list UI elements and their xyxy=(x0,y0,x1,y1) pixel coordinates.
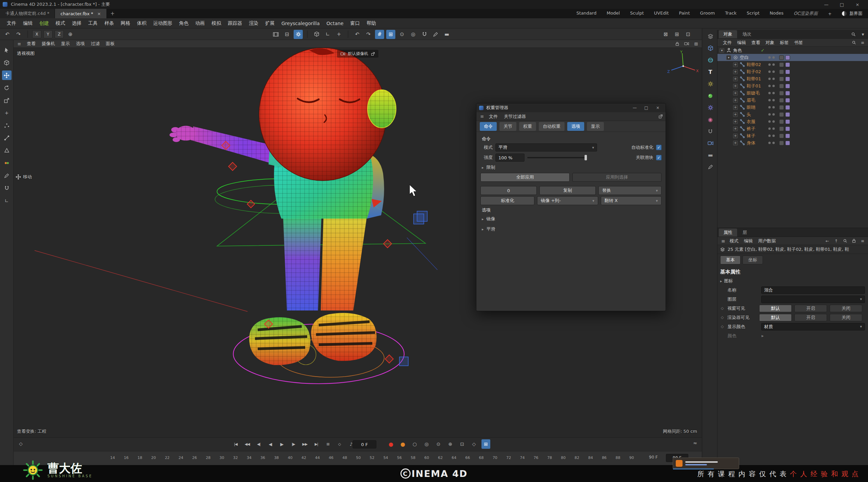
visibility-dots[interactable] xyxy=(768,142,775,144)
weight-manager-dialog[interactable]: 权重管理器 — □ × ≡ 文件关节过滤器 命令关节权重自动权重选项显示 命令 … xyxy=(476,103,666,311)
expand-toggle-icon[interactable]: + xyxy=(733,84,738,88)
attribute-subtab[interactable]: 基本 xyxy=(720,256,741,264)
visibility-option-button[interactable]: 开启 xyxy=(794,305,827,312)
object-tags[interactable] xyxy=(779,119,790,124)
rotate-tool-icon[interactable] xyxy=(2,83,12,93)
points-mode-icon[interactable] xyxy=(2,121,12,130)
attr-search-icon[interactable] xyxy=(842,238,848,244)
visibility-dots[interactable] xyxy=(768,78,775,80)
anim-diamond-icon[interactable]: ◇ xyxy=(721,306,725,310)
normalize-button[interactable]: 标准化 xyxy=(480,196,534,205)
strength-slider[interactable] xyxy=(527,157,587,158)
visibility-dots[interactable] xyxy=(768,63,775,66)
object-menu-item[interactable]: 文件 xyxy=(720,40,734,46)
object-tags[interactable] xyxy=(779,112,790,117)
add-layout-button[interactable]: + xyxy=(828,11,832,16)
display-color-dropdown[interactable]: 材质▾ xyxy=(761,323,865,330)
mirror-direction-dropdown[interactable]: 镜像 +到-▾ xyxy=(537,196,598,205)
object-tree-row[interactable]: + 裤子 xyxy=(717,125,868,132)
camera-pill[interactable]: 默认摄像机 xyxy=(337,50,378,58)
goto-end-button[interactable]: ▶| xyxy=(311,439,321,449)
expand-toggle-icon[interactable]: + xyxy=(733,77,738,81)
object-label[interactable]: 空白 xyxy=(740,55,749,61)
redo-icon[interactable]: ↷ xyxy=(14,30,23,39)
record-parameter-icon[interactable]: ⊕ xyxy=(446,439,455,449)
anim-diamond-icon[interactable]: ◇ xyxy=(721,315,725,320)
expand-toggle-icon[interactable]: + xyxy=(733,105,738,110)
record-position-icon[interactable]: ○ xyxy=(410,439,419,449)
layout-item[interactable]: Paint xyxy=(679,11,690,17)
taskbar-popup[interactable] xyxy=(673,458,739,469)
object-label[interactable]: 角色 xyxy=(733,47,742,54)
menubar-item[interactable]: 跟踪器 xyxy=(224,20,245,26)
visibility-dots[interactable] xyxy=(768,127,775,130)
object-tree-row[interactable]: + 身体 xyxy=(717,139,868,146)
axis-mode-icon[interactable]: + xyxy=(2,108,12,118)
parent-up-icon[interactable]: ↑ xyxy=(833,238,839,244)
wm-menu-item[interactable]: 文件 xyxy=(486,114,501,120)
viewport-grid-icon[interactable]: ⊞ xyxy=(693,41,699,47)
current-frame-input[interactable] xyxy=(353,442,376,447)
expand-toggle-icon[interactable]: ▾ xyxy=(719,48,724,53)
expand-toggle-icon[interactable]: + xyxy=(733,134,738,138)
auto-key-toggle-icon[interactable]: ⊞ xyxy=(481,439,490,449)
layout-item[interactable]: Sculpt xyxy=(630,11,644,17)
object-tree-row[interactable]: + 袜子 xyxy=(717,132,868,139)
timeline-ruler[interactable]: 1416182022242628303234363840424446485052… xyxy=(14,451,702,465)
object-label[interactable]: 鞋带02 xyxy=(747,62,761,68)
previous-frame-button[interactable]: ◀| xyxy=(254,439,264,449)
tweak-tool-icon[interactable] xyxy=(431,30,440,39)
sphere-icon[interactable] xyxy=(706,56,715,65)
edges-mode-icon[interactable] xyxy=(2,133,12,143)
attribute-subtab[interactable]: 坐标 xyxy=(743,256,763,264)
object-tree-row[interactable]: + 眉毛 xyxy=(717,97,868,104)
object-label[interactable]: 眉毛 xyxy=(747,97,755,103)
anim-diamond-icon[interactable]: ◇ xyxy=(721,324,725,329)
visibility-dots[interactable] xyxy=(768,113,775,116)
menubar-item[interactable]: 运动图形 xyxy=(150,20,176,26)
expand-toggle-icon[interactable]: + xyxy=(733,112,738,117)
object-menu-item[interactable]: 查看 xyxy=(749,40,763,46)
wm-tab[interactable]: 自动权重 xyxy=(539,122,565,131)
dialog-close-button[interactable]: × xyxy=(653,104,663,112)
new-layout-button[interactable]: 新界面 xyxy=(842,11,863,17)
live-selection-icon[interactable] xyxy=(2,45,12,55)
viewport-menu-item[interactable]: 过滤 xyxy=(88,41,103,47)
record-pla-icon[interactable]: ⊡ xyxy=(458,439,467,449)
strength-field[interactable] xyxy=(495,154,525,162)
visibility-dots[interactable] xyxy=(768,92,775,94)
object-label[interactable]: 裤子 xyxy=(747,126,755,132)
next-key-button[interactable]: ▶▶ xyxy=(300,439,310,449)
visibility-dots[interactable] xyxy=(768,106,775,108)
workplane-icon[interactable]: ∟ xyxy=(2,196,12,205)
menubar-item[interactable]: Greyscalegorilla xyxy=(278,21,323,26)
polygons-mode-icon[interactable] xyxy=(2,146,12,155)
expand-toggle-icon[interactable]: ▾ xyxy=(726,55,731,60)
panel-tab[interactable]: 属性 xyxy=(719,228,737,237)
deformer-gear-icon[interactable] xyxy=(706,103,715,112)
visibility-dots[interactable] xyxy=(768,135,775,137)
menubar-item[interactable]: 选择 xyxy=(68,20,85,26)
wm-tab[interactable]: 显示 xyxy=(587,122,604,131)
collapse-icon[interactable]: ▸ xyxy=(720,279,722,283)
dialog-minimize-button[interactable]: — xyxy=(630,104,640,112)
axis-lock-button[interactable]: Z xyxy=(55,30,64,38)
object-tree-row[interactable]: + 眼睛 xyxy=(717,104,868,111)
mirror-fold[interactable]: ▸ 镜像 xyxy=(482,216,495,222)
menubar-item[interactable]: 角色 xyxy=(176,20,192,26)
visibility-option-button[interactable]: 默认 xyxy=(759,305,792,312)
next-frame-button[interactable]: |▶ xyxy=(288,439,298,449)
expand-toggle-icon[interactable]: + xyxy=(733,62,738,67)
expand-toggle-icon[interactable]: + xyxy=(733,91,738,96)
snap-toggle-icon[interactable] xyxy=(420,30,429,39)
tab-close-icon[interactable]: × xyxy=(97,11,101,16)
menubar-item[interactable]: 网格 xyxy=(117,20,134,26)
layout-panel-icon[interactable]: ⊞ xyxy=(672,30,682,39)
layer-field[interactable]: ▾ xyxy=(761,296,865,303)
layout-item[interactable]: Groom xyxy=(700,11,715,17)
name-input[interactable] xyxy=(764,287,862,293)
object-menu-item[interactable]: 标签 xyxy=(777,40,791,46)
attribute-menu-item[interactable]: 用户数据 xyxy=(755,238,778,244)
viewport-hamburger-icon[interactable]: ≡ xyxy=(16,41,22,47)
object-menu-item[interactable]: 对象 xyxy=(763,40,777,46)
